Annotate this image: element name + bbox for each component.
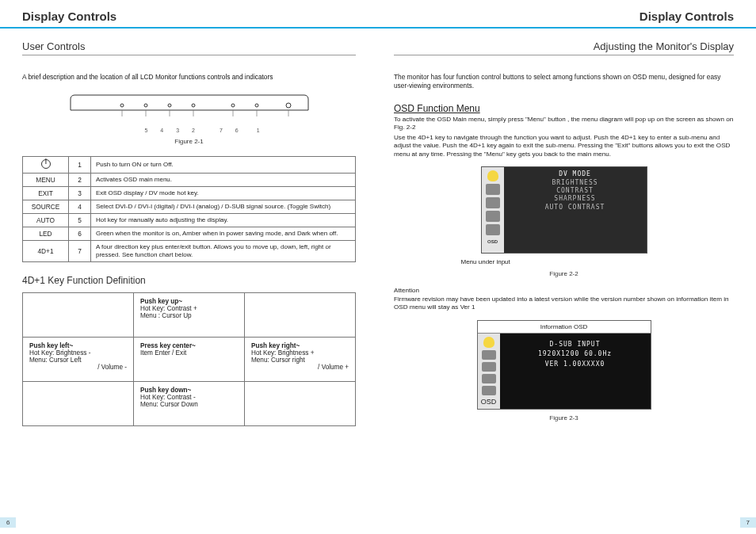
osd-tag: OSD [481, 398, 497, 406]
keyfn-cell-up: Push key up~ Hot Key: Contrast + Menu : … [134, 292, 245, 337]
osd-icon [486, 184, 500, 195]
keyfn-title: Push key up~ [140, 298, 238, 305]
figure-2-1-labels: 5 4 3 2 7 6 1 [67, 128, 312, 133]
keyfn-cell-empty [23, 381, 134, 425]
control-num: 5 [69, 213, 91, 227]
fig-label: 3 [176, 128, 179, 133]
intro-right: The monitor has four function control bu… [394, 73, 734, 90]
figure-2-3: Information OSD OSD D-SUB INPUT 1920X120… [394, 320, 734, 421]
info-line: VER 1.00XXXX0 [506, 360, 644, 370]
control-desc: Activates OSD main menu. [91, 173, 356, 186]
fig-label: 7 [220, 128, 223, 133]
attention-block: Attention Firmware revision may have bee… [394, 287, 734, 312]
control-label: 4D+1 [23, 240, 69, 261]
attention-text: Firmware revision may have been updated … [394, 296, 734, 312]
control-desc: A four direction key plus enter/exit but… [91, 240, 356, 261]
osd-menu-items: DV MODE BRIGHTNESS CONTRAST SHARPNESS AU… [504, 167, 647, 253]
osd-tag: OSD [487, 239, 498, 244]
page-title-left: Display Controls [22, 10, 356, 26]
table-row: 1 Push to turn ON or turn Off. [23, 156, 356, 173]
table-row: 4D+1 7 A four direction key plus enter/e… [23, 240, 356, 261]
control-num: 3 [69, 186, 91, 200]
menu-under-input-note: Menu under input [461, 258, 667, 265]
osd-paragraph-2: Use the 4D+1 key to navigate through the… [394, 134, 734, 159]
fig-label: 4 [160, 128, 163, 133]
keyfn-cell-down: Push key down~ Hot Key: Contrast - Menu:… [134, 381, 245, 425]
control-desc: Green when the monitor is on, Amber when… [91, 227, 356, 240]
keyfn-line: Hot Key: Contrast + [140, 305, 238, 312]
attention-heading: Attention [394, 287, 734, 296]
svg-point-2 [168, 104, 171, 107]
figure-2-1-caption: Figure 2-1 [22, 138, 356, 145]
keyfn-cell-right: Push key right~ Hot Key: Brightness + Me… [245, 337, 356, 381]
keyfn-heading: 4D+1 Key Function Definition [22, 275, 356, 286]
osd-item: CONTRAST [510, 187, 640, 195]
figure-2-2: OSD DV MODE BRIGHTNESS CONTRAST SHARPNES… [394, 166, 734, 277]
osd-sidebar: OSD [482, 167, 504, 253]
figure-2-3-caption: Figure 2-3 [394, 414, 734, 421]
osd-item: SHARPNESS [510, 195, 640, 203]
fig-label: 1 [257, 128, 260, 133]
keyfn-line: Hot Key: Brightness - [29, 349, 127, 357]
control-label: EXIT [23, 186, 69, 200]
information-osd-box: Information OSD OSD D-SUB INPUT 1920X120… [477, 320, 651, 410]
page-number-left: 6 [0, 517, 16, 528]
osd-icon [482, 386, 496, 395]
table-row: MENU 2 Activates OSD main menu. [23, 173, 356, 186]
keyfn-cell-empty [245, 381, 356, 425]
control-desc: Select DVI-D / DVI-I (digital) / DVI-I (… [91, 200, 356, 213]
bulb-icon [487, 170, 498, 181]
page-left: Display Controls User Controls A brief d… [0, 0, 378, 534]
page-spread: Display Controls User Controls A brief d… [0, 0, 756, 534]
page-right: Display Controls Adjusting the Monitor's… [378, 0, 756, 534]
info-screen: D-SUB INPUT 1920X1200 60.0Hz VER 1.00XXX… [500, 334, 651, 409]
fig-label: 5 [144, 128, 147, 133]
control-label: SOURCE [23, 200, 69, 213]
keyfn-cell-empty [23, 292, 134, 337]
bulb-icon [483, 337, 494, 348]
osd-item: DV MODE [510, 170, 640, 178]
table-row: EXIT 3 Exit OSD display / DV mode hot ke… [23, 186, 356, 200]
table-row: LED 6 Green when the monitor is on, Ambe… [23, 227, 356, 240]
keyfn-line: Menu: Cursor right [251, 357, 349, 364]
control-label: AUTO [23, 213, 69, 227]
table-row: SOURCE 4 Select DVI-D / DVI-I (digital) … [23, 200, 356, 213]
keyfn-title: Push key right~ [251, 342, 349, 349]
osd-icon [486, 197, 500, 208]
control-label: LED [23, 227, 69, 240]
intro-left: A brief description and the location of … [22, 73, 356, 82]
svg-point-3 [192, 104, 195, 107]
power-icon [41, 159, 51, 169]
keyfn-line: Hot Key: Brightness + [251, 349, 349, 357]
osd-menu-box: OSD DV MODE BRIGHTNESS CONTRAST SHARPNES… [481, 166, 647, 254]
keyfn-cell-left: Push key left~ Hot Key: Brightness - Men… [23, 337, 134, 381]
page-number-right: 7 [740, 517, 756, 528]
section-user-controls: User Controls [22, 40, 356, 55]
control-num: 6 [69, 227, 91, 240]
control-desc: Exit OSD display / DV mode hot key. [91, 186, 356, 200]
svg-point-5 [255, 104, 258, 107]
control-label: MENU [23, 173, 69, 186]
control-desc: Hot key for manually auto adjusting the … [91, 213, 356, 227]
section-adjusting: Adjusting the Monitor's Display [394, 40, 734, 55]
osd-paragraph-1: To activate the OSD Main menu, simply pr… [394, 116, 734, 132]
keyfn-line: Menu: Cursor Left [29, 357, 127, 364]
osd-item: AUTO CONTRAST [510, 204, 640, 212]
svg-point-6 [286, 103, 291, 108]
page-title-right: Display Controls [394, 10, 734, 26]
control-desc: Push to turn ON or turn Off. [91, 156, 356, 173]
control-num: 4 [69, 200, 91, 213]
keyfn-cell-center: Press key center~ Item Enter / Exit [134, 337, 245, 381]
osd-icon [482, 374, 496, 383]
info-osd-title: Information OSD [478, 321, 651, 334]
keyfn-line: Item Enter / Exit [140, 349, 238, 357]
control-num: 7 [69, 240, 91, 261]
keyfn-cell-empty [245, 292, 356, 337]
info-sidebar: OSD [478, 334, 500, 409]
keyfn-title: Push key left~ [29, 342, 127, 349]
info-line: D-SUB INPUT [506, 340, 644, 350]
osd-function-heading: OSD Function Menu [394, 103, 734, 114]
controls-table: 1 Push to turn ON or turn Off. MENU 2 Ac… [22, 156, 356, 262]
info-line: 1920X1200 60.0Hz [506, 349, 644, 360]
keyfn-table: Push key up~ Hot Key: Contrast + Menu : … [22, 292, 356, 426]
